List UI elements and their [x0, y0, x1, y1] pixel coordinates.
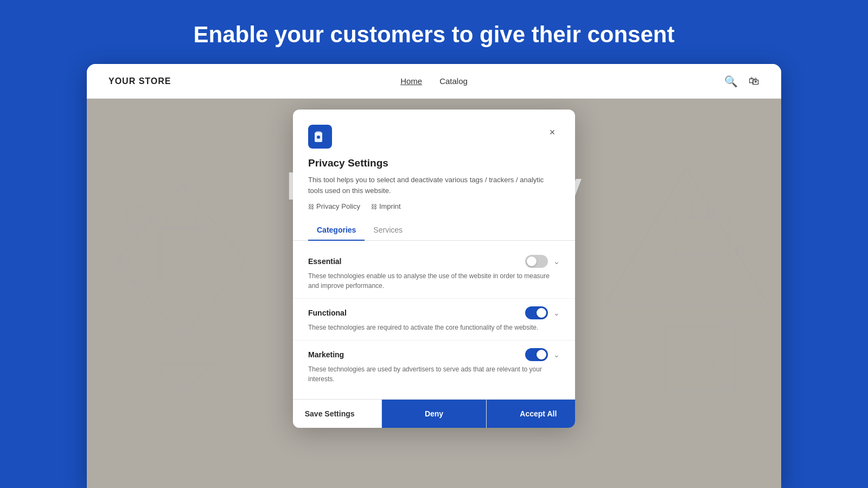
- store-content: Inay Use ov . Select: [87, 99, 781, 488]
- category-marketing-row: Marketing ⌄: [308, 348, 560, 361]
- imprint-link[interactable]: Imprint: [371, 202, 401, 210]
- modal-close-button[interactable]: ×: [545, 125, 560, 140]
- category-functional-name: Functional: [308, 309, 347, 317]
- essential-toggle[interactable]: [525, 255, 548, 268]
- category-essential-controls: ⌄: [525, 255, 560, 268]
- svg-rect-18: [316, 131, 321, 135]
- category-marketing-name: Marketing: [308, 350, 344, 359]
- nav-link-home[interactable]: Home: [400, 76, 422, 86]
- modal-title: Privacy Settings: [308, 157, 560, 169]
- category-essential-desc: These technologies enable us to analyse …: [308, 271, 560, 291]
- modal-description: This tool helps you to select and deacti…: [308, 175, 560, 196]
- tab-categories[interactable]: Categories: [308, 220, 365, 241]
- marketing-toggle[interactable]: [525, 348, 548, 361]
- deny-button[interactable]: Deny: [381, 400, 486, 428]
- page-header: Enable your customers to give their cons…: [0, 0, 868, 64]
- svg-point-19: [317, 136, 320, 139]
- cart-icon[interactable]: 🛍: [749, 75, 760, 87]
- privacy-modal: × Privacy Settings This tool helps you t…: [293, 110, 575, 428]
- store-nav-icons: 🔍 🛍: [542, 75, 760, 88]
- page-title: Enable your customers to give their cons…: [0, 22, 868, 48]
- modal-links: Privacy Policy Imprint: [308, 202, 560, 210]
- category-functional-controls: ⌄: [525, 306, 560, 319]
- category-functional: Functional ⌄ These technologies are requ…: [293, 299, 575, 341]
- functional-chevron-icon[interactable]: ⌄: [553, 309, 560, 317]
- category-marketing-controls: ⌄: [525, 348, 560, 361]
- category-functional-row: Functional ⌄: [308, 306, 560, 319]
- essential-chevron-icon[interactable]: ⌄: [553, 257, 560, 266]
- modal-tabs: Categories Services: [293, 220, 575, 241]
- category-essential-name: Essential: [308, 257, 341, 266]
- category-essential: Essential ⌄ These technologies enable us…: [293, 247, 575, 299]
- nav-link-catalog[interactable]: Catalog: [439, 76, 468, 86]
- accept-all-button[interactable]: Accept All: [486, 400, 575, 428]
- store-logo: YOUR STORE: [108, 76, 326, 86]
- category-marketing-desc: These technologies are used by advertise…: [308, 364, 560, 384]
- category-marketing: Marketing ⌄ These technologies are used …: [293, 341, 575, 391]
- functional-toggle[interactable]: [525, 306, 548, 319]
- category-functional-desc: These technologies are required to activ…: [308, 323, 560, 332]
- marketing-chevron-icon[interactable]: ⌄: [553, 350, 560, 359]
- store-nav-links: Home Catalog: [326, 76, 542, 86]
- modal-logo-icon: [308, 125, 332, 149]
- modal-backdrop: × Privacy Settings This tool helps you t…: [87, 99, 781, 488]
- store-nav: YOUR STORE Home Catalog 🔍 🛍: [87, 64, 781, 99]
- privacy-policy-link[interactable]: Privacy Policy: [308, 202, 360, 210]
- modal-header: ×: [308, 125, 560, 149]
- category-essential-row: Essential ⌄: [308, 255, 560, 268]
- modal-inner: × Privacy Settings This tool helps you t…: [293, 110, 575, 241]
- categories-list: Essential ⌄ These technologies enable us…: [293, 241, 575, 393]
- search-icon[interactable]: 🔍: [724, 75, 738, 88]
- browser-window: YOUR STORE Home Catalog 🔍 🛍: [87, 64, 781, 488]
- save-settings-button[interactable]: Save Settings: [293, 400, 381, 428]
- tab-services[interactable]: Services: [365, 220, 411, 241]
- modal-footer: Save Settings Deny Accept All: [293, 399, 575, 428]
